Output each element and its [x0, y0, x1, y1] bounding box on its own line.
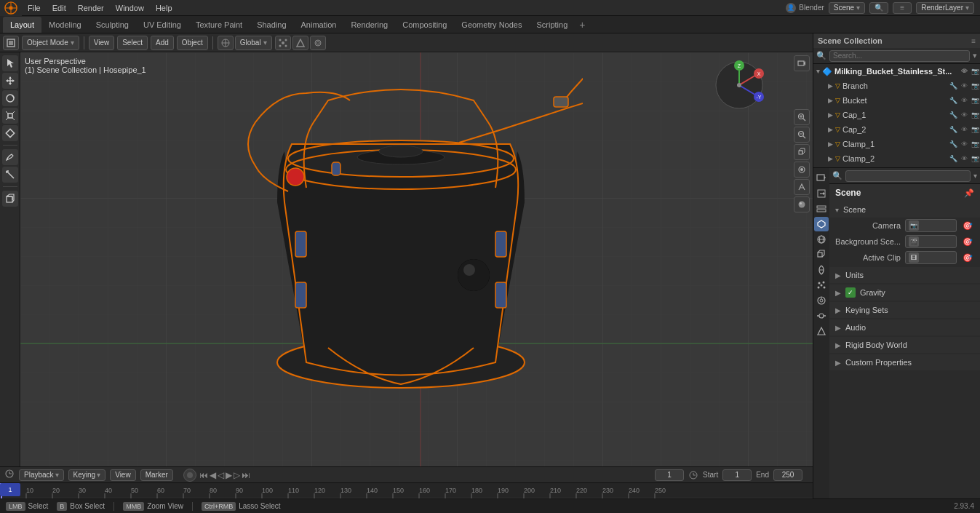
clamp2-modifier-icon[interactable]: 🔧 [948, 154, 958, 164]
end-frame-field[interactable]: 250 [773, 469, 802, 481]
prop-icon-render[interactable] [814, 171, 829, 186]
prop-search-options[interactable]: ▾ [973, 172, 977, 180]
prop-icon-output[interactable] [814, 186, 829, 201]
clamp1-eye-icon[interactable]: 👁 [959, 139, 969, 149]
gravity-section-header[interactable]: ▶ ✓ Gravity [829, 285, 980, 301]
keying-sets-header[interactable]: ▶ Keying Sets [829, 302, 980, 318]
tab-shading[interactable]: Shading [250, 17, 293, 33]
viewport-3d[interactable]: User Perspective (1) Scene Collection | … [20, 52, 813, 466]
clip-picker-icon[interactable]: 🎯 [961, 251, 974, 264]
bucket-eye-icon[interactable]: 👁 [959, 95, 969, 106]
scene-section-header[interactable]: ▾ Scene [829, 202, 980, 218]
tab-scripting[interactable]: Scripting [529, 17, 575, 33]
menu-file[interactable]: File [22, 0, 47, 15]
viewport-overlays[interactable] [794, 162, 810, 178]
tab-uv-editing[interactable]: UV Editing [136, 17, 188, 33]
units-section-header[interactable]: ▶ Units [829, 267, 980, 283]
filter-header-icon[interactable]: ≡ [893, 2, 912, 14]
menu-render[interactable]: Render [72, 0, 110, 15]
render-layer-dropdown[interactable]: RenderLayer ▾ [916, 2, 974, 14]
cursor-tool[interactable] [2, 55, 18, 71]
menu-edit[interactable]: Edit [47, 0, 72, 15]
record-button[interactable] [183, 469, 196, 482]
navigation-gizmo[interactable]: X -Y Z [714, 60, 772, 118]
gravity-checkbox[interactable]: ✓ [845, 287, 856, 298]
viewport-zoom-out[interactable] [794, 127, 810, 143]
cap1-render-icon[interactable]: 📷 [970, 110, 980, 120]
prop-icon-physics[interactable] [814, 293, 829, 308]
mode-icon-btn[interactable] [3, 36, 19, 50]
cap1-modifier-icon[interactable]: 🔧 [948, 110, 958, 120]
outliner-collection[interactable]: ▾ 🔷 Milking_Bucket_Stainless_St... 👁 📷 [813, 64, 980, 79]
tab-modeling[interactable]: Modeling [41, 17, 89, 33]
branch-eye-icon[interactable]: 👁 [959, 81, 969, 91]
clamp2-render-icon[interactable]: 📷 [970, 154, 980, 164]
proportional-icon[interactable] [310, 36, 326, 50]
viewport-shading-solid[interactable] [794, 196, 810, 212]
timeline-track[interactable]: 1 10 20 30 40 50 60 70 [0, 483, 813, 498]
tab-texture-paint[interactable]: Texture Paint [188, 17, 250, 33]
rigid-body-header[interactable]: ▶ Rigid Body World [829, 337, 980, 353]
bucket-modifier-icon[interactable]: 🔧 [948, 95, 958, 106]
move-tool[interactable] [2, 73, 18, 89]
properties-search-input[interactable] [845, 170, 971, 182]
prop-icon-modifier[interactable] [814, 263, 829, 277]
prop-icon-object-data[interactable] [814, 324, 829, 338]
start-frame-field[interactable]: 1 [722, 469, 752, 481]
cap2-eye-icon[interactable]: 👁 [959, 124, 969, 135]
select-menu[interactable]: Select [117, 36, 148, 50]
view-menu[interactable]: View [89, 36, 115, 50]
mode-dropdown[interactable]: Object Mode ▾ [22, 36, 79, 50]
background-scene-value[interactable]: 🎬 [905, 235, 957, 248]
camera-value[interactable]: 📷 [905, 219, 957, 232]
prop-icon-view-layer[interactable] [814, 202, 829, 216]
outliner-filter-icon[interactable]: ≡ [971, 37, 976, 45]
scene-dropdown[interactable]: Scene ▾ [829, 2, 865, 14]
viewport-perspective-toggle[interactable] [794, 144, 810, 160]
snapping-icon[interactable] [292, 36, 308, 50]
tab-rendering[interactable]: Rendering [343, 17, 395, 33]
viewport-camera-icon[interactable] [794, 55, 810, 71]
clamp1-modifier-icon[interactable]: 🔧 [948, 139, 958, 149]
prop-icon-constraints[interactable] [814, 309, 829, 323]
active-clip-value[interactable]: 🎞 [905, 251, 957, 264]
clamp2-eye-icon[interactable]: 👁 [959, 154, 969, 164]
branch-modifier-icon[interactable]: 🔧 [948, 81, 958, 91]
prop-icon-scene[interactable] [814, 217, 829, 231]
outliner-item-clamp1[interactable]: ▶ ▽ Clamp_1 🔧 👁 📷 [813, 137, 980, 151]
outliner-search-input[interactable] [829, 50, 970, 62]
menu-window[interactable]: Window [110, 0, 150, 15]
search-header-icon[interactable]: 🔍 [869, 2, 888, 14]
prop-icon-particles[interactable] [814, 278, 829, 293]
rotate-tool[interactable] [2, 90, 18, 106]
collection-eye-icon[interactable]: 👁 [959, 66, 969, 76]
play-button[interactable]: ▶ [226, 470, 232, 480]
tab-geometry-nodes[interactable]: Geometry Nodes [454, 17, 529, 33]
transform-global-icon[interactable] [218, 36, 234, 50]
camera-picker-icon[interactable]: 🎯 [961, 219, 974, 232]
prev-frame-button[interactable]: ◀ [210, 470, 216, 480]
next-frame-button[interactable]: ▷ [234, 470, 240, 480]
keying-menu[interactable]: Keying ▾ [68, 469, 106, 481]
bucket-render-icon[interactable]: 📷 [970, 95, 980, 106]
prop-icon-world[interactable] [814, 232, 829, 247]
viewport-zoom-in[interactable] [794, 109, 810, 125]
bg-scene-picker-icon[interactable]: 🎯 [961, 235, 974, 248]
scale-tool[interactable] [2, 108, 18, 124]
collection-render-icon[interactable]: 📷 [970, 66, 980, 76]
branch-render-icon[interactable]: 📷 [970, 81, 980, 91]
prop-pin-icon[interactable]: 📌 [964, 188, 974, 198]
transform-tool[interactable] [2, 125, 18, 141]
object-menu[interactable]: Object [177, 36, 208, 50]
transform-dropdown[interactable]: Global ▾ [235, 36, 272, 50]
outliner-item-bucket[interactable]: ▶ ▽ Bucket 🔧 👁 📷 [813, 93, 980, 108]
tab-sculpting[interactable]: Sculpting [89, 17, 136, 33]
tab-compositing[interactable]: Compositing [395, 17, 454, 33]
outliner-item-clamp2[interactable]: ▶ ▽ Clamp_2 🔧 👁 📷 [813, 151, 980, 166]
add-cube-tool[interactable] [2, 191, 18, 207]
tab-animation[interactable]: Animation [294, 17, 344, 33]
outliner-options-icon[interactable]: ▾ [973, 51, 977, 60]
viewport-gizmos[interactable] [794, 179, 810, 195]
cap1-eye-icon[interactable]: 👁 [959, 110, 969, 120]
prop-icon-object[interactable] [814, 247, 829, 262]
